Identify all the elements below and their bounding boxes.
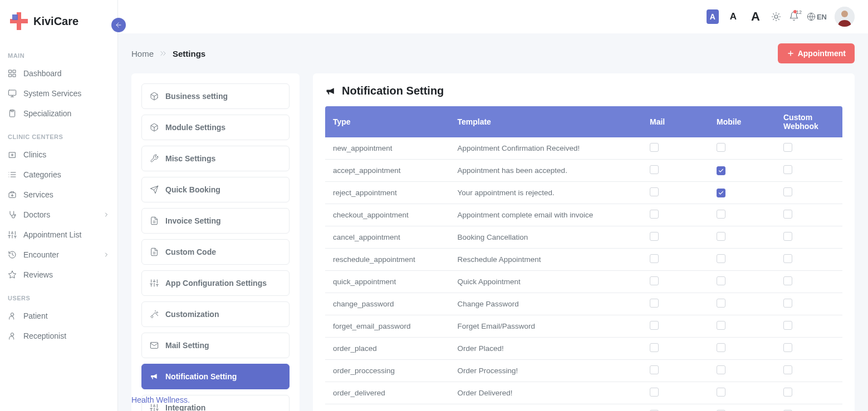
svg-rect-5 xyxy=(9,110,14,117)
sidebar-item-encounter[interactable]: Encounter xyxy=(0,245,117,265)
notification-table: TypeTemplateMailMobileCustom Webhook new… xyxy=(325,106,842,411)
sidebar-item-appointment-list[interactable]: Appointment List xyxy=(0,225,117,245)
settings-item-module-settings[interactable]: Module Settings xyxy=(141,115,290,140)
mail-checkbox[interactable] xyxy=(650,388,659,397)
mobile-checkbox[interactable] xyxy=(717,343,725,352)
mobile-checkbox[interactable] xyxy=(717,276,725,285)
sidebar-item-services[interactable]: Services xyxy=(0,185,117,205)
webhook-checkbox[interactable] xyxy=(783,254,792,263)
sidebar-item-receptionist[interactable]: Receptionist xyxy=(0,326,117,346)
mobile-checkbox[interactable] xyxy=(717,189,725,197)
monitor-icon xyxy=(8,89,17,98)
template-cell: Appointment Confirmation Received! xyxy=(449,137,642,160)
sidebar-collapse-button[interactable] xyxy=(111,18,126,32)
logo[interactable]: KiviCare xyxy=(0,0,117,42)
settings-item-misc-settings[interactable]: Misc Settings xyxy=(141,146,290,171)
svg-point-14 xyxy=(841,11,848,17)
mail-checkbox[interactable] xyxy=(650,299,659,308)
sidebar-item-patient[interactable]: Patient xyxy=(0,306,117,326)
footer-link[interactable]: Health Wellness. xyxy=(131,395,190,404)
webhook-checkbox[interactable] xyxy=(783,299,792,308)
webhook-checkbox[interactable] xyxy=(783,165,792,174)
settings-item-customization[interactable]: Customization xyxy=(141,301,290,327)
mobile-checkbox[interactable] xyxy=(717,365,725,374)
type-cell: order_delivered xyxy=(325,382,449,404)
settings-item-invoice-setting[interactable]: Invoice Setting xyxy=(141,208,290,234)
mail-checkbox[interactable] xyxy=(650,232,659,241)
mobile-checkbox[interactable] xyxy=(717,143,725,152)
mobile-checkbox[interactable] xyxy=(717,254,725,263)
mail-checkbox[interactable] xyxy=(650,210,659,219)
type-cell: forget_email_password xyxy=(325,315,449,338)
breadcrumb-home[interactable]: Home xyxy=(131,49,154,58)
sidebar-item-label: Specialization xyxy=(23,109,71,118)
notification-setting-panel: Notification Setting TypeTemplateMailMob… xyxy=(313,73,855,411)
svg-rect-4 xyxy=(8,90,16,95)
mail-checkbox[interactable] xyxy=(650,321,659,330)
settings-item-custom-code[interactable]: Custom Code xyxy=(141,239,290,265)
type-cell: quick_appointment xyxy=(325,271,449,293)
font-size-large-button[interactable]: A xyxy=(748,9,763,24)
font-size-medium-button[interactable]: A xyxy=(727,9,740,24)
webhook-checkbox[interactable] xyxy=(783,321,792,330)
sidebar-item-clinics[interactable]: Clinics xyxy=(0,145,117,165)
webhook-checkbox[interactable] xyxy=(783,343,792,352)
mobile-checkbox[interactable] xyxy=(717,232,725,241)
sidebar-item-reviews[interactable]: Reviews xyxy=(0,265,117,285)
settings-item-label: Business setting xyxy=(165,92,228,101)
webhook-checkbox[interactable] xyxy=(783,232,792,241)
webhook-checkbox[interactable] xyxy=(783,388,792,397)
template-cell: Order Cancelled! xyxy=(449,404,642,412)
new-appointment-button[interactable]: Appointment xyxy=(778,43,855,63)
settings-item-label: Module Settings xyxy=(165,123,225,132)
template-cell: Change Password xyxy=(449,293,642,315)
template-cell: Order Delivered! xyxy=(449,382,642,404)
language-selector[interactable]: EN xyxy=(807,12,827,21)
settings-item-label: Custom Code xyxy=(165,247,216,256)
settings-item-quick-booking[interactable]: Quick Booking xyxy=(141,177,290,202)
font-size-small-button[interactable]: A xyxy=(707,9,719,24)
mobile-checkbox[interactable] xyxy=(717,321,725,330)
mobile-checkbox[interactable] xyxy=(717,210,725,219)
settings-item-mail-setting[interactable]: Mail Setting xyxy=(141,333,290,358)
settings-item-notification-setting[interactable]: Notification Setting xyxy=(141,364,290,389)
mail-checkbox[interactable] xyxy=(650,187,659,196)
mobile-checkbox[interactable] xyxy=(717,388,725,397)
type-cell: accept_appointment xyxy=(325,160,449,182)
type-cell: cancel_appointment xyxy=(325,226,449,249)
mail-checkbox[interactable] xyxy=(650,165,659,174)
template-cell: Appointment complete email with invoice xyxy=(449,204,642,226)
list-icon xyxy=(8,170,17,179)
mail-checkbox[interactable] xyxy=(650,143,659,152)
user-avatar[interactable] xyxy=(835,7,855,27)
webhook-checkbox[interactable] xyxy=(783,276,792,285)
mail-checkbox[interactable] xyxy=(650,365,659,374)
sidebar-item-categories[interactable]: Categories xyxy=(0,165,117,185)
mail-checkbox[interactable] xyxy=(650,343,659,352)
sidebar-item-dashboard[interactable]: Dashboard xyxy=(0,63,117,83)
mobile-checkbox[interactable] xyxy=(717,299,725,308)
table-row: quick_appointment Quick Appointment xyxy=(325,271,842,293)
webhook-checkbox[interactable] xyxy=(783,365,792,374)
mail-checkbox[interactable] xyxy=(650,254,659,263)
sidebar-item-specialization[interactable]: Specialization xyxy=(0,103,117,123)
theme-toggle-icon[interactable] xyxy=(771,12,781,22)
mail-checkbox[interactable] xyxy=(650,276,659,285)
settings-item-app-configuration-settings[interactable]: App Configuration Settings xyxy=(141,270,290,296)
sidebar-item-system-services[interactable]: System Services xyxy=(0,83,117,103)
notifications-button[interactable]: 12 xyxy=(789,11,799,23)
webhook-checkbox[interactable] xyxy=(783,143,792,152)
webhook-checkbox[interactable] xyxy=(783,210,792,219)
sidebar-item-doctors[interactable]: Doctors xyxy=(0,205,117,225)
settings-item-business-setting[interactable]: Business setting xyxy=(141,83,290,109)
box-icon xyxy=(150,123,159,132)
table-row: accept_appointment Appointment has been … xyxy=(325,160,842,182)
mobile-checkbox[interactable] xyxy=(717,166,725,175)
type-cell: order_placed xyxy=(325,338,449,360)
settings-item-label: Mail Setting xyxy=(165,341,209,350)
type-cell: reject_appointment xyxy=(325,182,449,204)
webhook-checkbox[interactable] xyxy=(783,187,792,196)
svg-point-9 xyxy=(11,313,13,316)
breadcrumb: Home Settings xyxy=(131,49,205,58)
sidebar-item-label: Patient xyxy=(23,311,48,320)
